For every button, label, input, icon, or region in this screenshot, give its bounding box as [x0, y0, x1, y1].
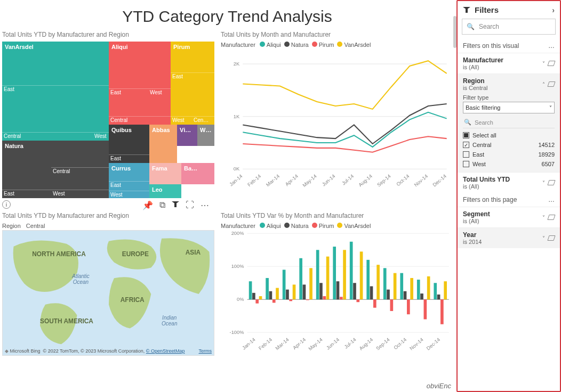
filter-card-segment[interactable]: Segmentis (All) ˅: [458, 207, 560, 227]
treemap-subregion[interactable]: Central: [51, 167, 109, 175]
svg-text:Jul-14: Jul-14: [341, 174, 355, 186]
map-visual[interactable]: Total Units YTD by Manufacturer and Regi…: [2, 212, 214, 366]
treemap-subregion[interactable]: East: [109, 154, 149, 162]
filter-pane-icon: [463, 7, 470, 13]
treemap-visual[interactable]: Total Units YTD by Manufacturer and Regi…: [2, 31, 214, 201]
pin-icon[interactable]: 📌: [142, 200, 153, 210]
legend-item-vanarsdel[interactable]: VanArsdel: [344, 223, 371, 229]
filter-options-search[interactable]: 🔍Search: [463, 117, 555, 128]
treemap-cell-abbas[interactable]: Abbas: [149, 125, 177, 163]
treemap-cell-vi[interactable]: Vi…: [177, 125, 197, 146]
svg-rect-40: [276, 288, 279, 300]
legend-item-natura[interactable]: Natura: [291, 223, 309, 229]
legend-item-natura[interactable]: Natura: [291, 42, 309, 48]
legend-item-aliqui[interactable]: Aliqui: [267, 42, 281, 48]
info-icon[interactable]: i: [2, 200, 11, 209]
treemap-title: Total Units YTD by Manufacturer and Regi…: [2, 31, 214, 38]
svg-text:Jan-14: Jan-14: [241, 337, 256, 351]
svg-rect-63: [353, 283, 356, 299]
line-chart-visual[interactable]: Total Units by Month and Manufacturer Ma…: [221, 31, 452, 201]
treemap-subregion[interactable]: West: [51, 190, 109, 198]
eraser-icon[interactable]: [547, 215, 555, 220]
svg-rect-49: [306, 299, 309, 300]
treemap-cell-natura[interactable]: NaturaCentralEastWest: [2, 141, 109, 198]
chevron-down-icon[interactable]: ˅: [542, 235, 545, 241]
svg-rect-88: [437, 295, 440, 299]
treemap-subregion[interactable]: East: [2, 190, 51, 198]
treemap-cell-quibus[interactable]: QuibusEast: [109, 125, 149, 163]
treemap-subregion[interactable]: Central: [109, 116, 171, 125]
svg-text:May-14: May-14: [308, 337, 324, 352]
treemap-subregion[interactable]: West: [171, 116, 192, 125]
svg-rect-70: [376, 265, 380, 299]
osm-link[interactable]: © OpenStreetMap: [146, 348, 185, 354]
bar-chart-visual[interactable]: Total Units YTD Var % by Month and Manuf…: [221, 212, 452, 366]
svg-rect-59: [340, 297, 343, 299]
svg-rect-37: [266, 278, 269, 299]
treemap-subregion[interactable]: West: [148, 88, 171, 96]
more-icon[interactable]: ⋯: [201, 200, 209, 210]
treemap-subregion[interactable]: West: [93, 132, 109, 141]
filters-pane: Filters › 🔍 Search Filters on this visua…: [456, 0, 561, 392]
copy-icon[interactable]: ⧉: [159, 200, 165, 210]
treemap-cell-w[interactable]: W…: [197, 125, 214, 146]
filters-collapse-icon[interactable]: ›: [552, 6, 555, 14]
filter-card-region[interactable]: Regionis Central ˄ Filter type Basic fil…: [458, 74, 560, 172]
treemap-subregion[interactable]: East: [109, 181, 149, 189]
treemap-cell-aliqui[interactable]: AliquiEastWestCentral: [109, 42, 171, 125]
svg-rect-78: [404, 291, 407, 299]
map-legend: Region Central: [2, 223, 214, 229]
filter-icon[interactable]: [172, 200, 179, 210]
svg-text:0K: 0K: [234, 166, 240, 172]
treemap-cell-pirum[interactable]: PirumEastWestCen…: [171, 42, 214, 125]
eraser-icon[interactable]: [547, 81, 555, 87]
eraser-icon[interactable]: [547, 235, 555, 241]
treemap-cell-currus[interactable]: CurrusEastWest: [109, 163, 149, 198]
chevron-down-icon[interactable]: ˅: [542, 215, 545, 220]
eraser-icon[interactable]: [547, 61, 555, 66]
treemap-subregion[interactable]: East: [2, 85, 109, 93]
treemap-subregion[interactable]: Central: [2, 132, 93, 141]
legend-item-pirum[interactable]: Pirum: [319, 223, 334, 229]
chevron-down-icon[interactable]: ˅: [542, 180, 545, 186]
map-attribution: ◆ Microsoft Bing © 2022 TomTom, © 2023 M…: [5, 348, 212, 354]
treemap-subregion[interactable]: Cen…: [192, 116, 214, 125]
svg-text:May-14: May-14: [302, 174, 318, 189]
svg-rect-38: [269, 291, 273, 299]
map-canvas[interactable]: NORTH AMERICA EUROPE ASIA AFRICA SOUTH A…: [2, 230, 214, 356]
filter-option-west[interactable]: West 6507: [463, 159, 555, 169]
treemap-cell-ba[interactable]: Ba…: [181, 163, 214, 184]
filter-card-total_units_ytd[interactable]: Total Units YTDis (All) ˅: [458, 172, 560, 193]
treemap-cell-leo[interactable]: Leo: [149, 184, 181, 198]
filters-visual-section-title: Filters on this visual…: [458, 39, 560, 53]
svg-text:Sep-14: Sep-14: [376, 174, 391, 188]
chevron-down-icon[interactable]: ˅: [542, 61, 545, 67]
svg-rect-55: [326, 257, 330, 300]
treemap-cell-vanarsdel[interactable]: VanArsdelEastCentralWest: [2, 42, 109, 141]
svg-text:Feb-14: Feb-14: [246, 174, 262, 188]
filter-card-year[interactable]: Yearis 2014 ˅: [458, 227, 560, 248]
filter-type-select[interactable]: Basic filtering˅: [463, 102, 555, 113]
focus-icon[interactable]: ⛶: [186, 200, 194, 210]
filters-header: Filters ›: [458, 1, 560, 19]
eraser-icon[interactable]: [547, 180, 555, 185]
filters-search-input[interactable]: 🔍 Search: [462, 19, 556, 35]
treemap-cell-fama[interactable]: Fama: [149, 163, 181, 184]
search-icon: 🔍: [467, 23, 475, 30]
chevron-up-icon[interactable]: ˄: [542, 81, 545, 87]
treemap-subregion[interactable]: East: [109, 88, 148, 96]
map-terms-link[interactable]: Terms: [199, 348, 212, 354]
filter-option-central[interactable]: Central 14512: [463, 140, 555, 150]
legend-item-aliqui[interactable]: Aliqui: [267, 223, 281, 229]
treemap-subregion[interactable]: East: [171, 72, 214, 80]
treemap-subregion[interactable]: West: [109, 191, 149, 198]
svg-rect-57: [333, 247, 336, 299]
svg-text:1K: 1K: [234, 114, 240, 119]
svg-text:ASIA: ASIA: [186, 249, 201, 256]
legend-item-vanarsdel[interactable]: VanArsdel: [344, 42, 371, 48]
filter-option-select all[interactable]: Select all: [463, 130, 555, 140]
canvas-scrollbar[interactable]: [453, 16, 456, 48]
filter-card-manufacturer[interactable]: Manufactureris (All) ˅: [458, 53, 560, 74]
filter-option-east[interactable]: East 18929: [463, 150, 555, 159]
legend-item-pirum[interactable]: Pirum: [319, 42, 334, 48]
